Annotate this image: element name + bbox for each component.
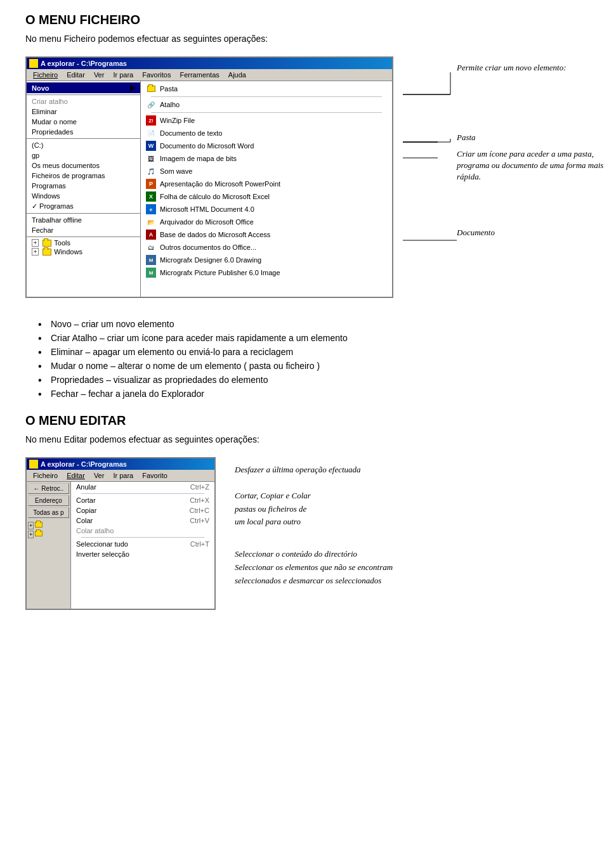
explorer-window: A explorar - C:\Programas Ficheiro Edita…: [25, 56, 393, 298]
screenshot-ficheiro: A explorar - C:\Programas Ficheiro Edita…: [25, 56, 584, 298]
menu-item-novo[interactable]: Novo ▶: [27, 82, 140, 93]
bullet-propriedades: Propriedades – visualizar as propriedade…: [38, 373, 584, 387]
menu2-editar[interactable]: Editar: [63, 471, 89, 480]
menu-item-mudar-nome[interactable]: Mudar o nome: [27, 117, 140, 127]
menu-bar[interactable]: Ficheiro Editar Ver Ir para Favoritos Fe…: [27, 69, 392, 81]
submenu-excel[interactable]: X Folha de cálculo do Microsoft Excel: [141, 190, 392, 203]
folder-icon-tools: [43, 240, 51, 247]
menu-favoritos[interactable]: Favoritos: [138, 70, 174, 79]
editar-cortar[interactable]: Cortar Ctrl+X: [71, 495, 214, 505]
menu-editar-title: O MENU EDITAR: [25, 413, 584, 428]
menu-item-gp[interactable]: gp: [27, 150, 140, 160]
submenu-ppt[interactable]: P Apresentação do Microsoft PowerPoint: [141, 178, 392, 190]
annotation-documento: Documento: [457, 228, 495, 238]
left-panel-2: ← Retroc.. Endereço Todas as p + +: [27, 482, 71, 609]
submenu-publisher[interactable]: M Micrografx Picture Publisher 6.0 Image: [141, 266, 392, 279]
menu-editar-section: O MENU EDITAR No menu Editar podemos efe…: [25, 413, 584, 444]
submenu-html[interactable]: e Microsoft HTML Document 4.0: [141, 203, 392, 216]
text-icon: 📄: [146, 128, 156, 138]
menu-ferramentas[interactable]: Ferramentas: [176, 70, 223, 79]
page-intro: No menu Ficheiro podemos efectuar as seg…: [25, 34, 584, 44]
title-text: A explorar - C:\Programas: [41, 60, 127, 67]
menu-item-c[interactable]: (C:): [27, 140, 140, 150]
folder-submenu-icon: [146, 84, 156, 94]
btn-endereco[interactable]: Endereço: [28, 495, 69, 506]
menu2-irpara[interactable]: Ir para: [109, 471, 137, 480]
tree-row-2: +: [28, 531, 69, 538]
btn-todas[interactable]: Todas as p: [28, 507, 69, 518]
editar-colar-atalho[interactable]: Colar atalho: [71, 526, 214, 536]
annotation-atalho: Criar um ícone para aceder a uma pasta, …: [457, 148, 609, 183]
separator-4: [27, 236, 140, 237]
menu-item-windows[interactable]: Windows: [27, 191, 140, 201]
submenu-panel: Pasta 🔗 Atalho Z! WinZip File 📄 Document…: [141, 81, 392, 297]
title-bar: A explorar - C:\Programas: [27, 58, 392, 69]
menu2-ver[interactable]: Ver: [90, 471, 108, 480]
sound-icon: 🎵: [146, 166, 156, 176]
annotation-svg: [400, 56, 609, 310]
bullet-list: Novo – criar um novo elemento Criar Atal…: [38, 317, 584, 401]
menu-item-propriedades[interactable]: Propriedades: [27, 127, 140, 137]
menu-item-meus-docs[interactable]: Os meus documentos: [27, 160, 140, 171]
menu-item-programas[interactable]: Programas: [27, 181, 140, 191]
editar-annotations: Desfazer a última operação efectuada Cor…: [222, 457, 584, 593]
bullet-criar-atalho: Criar Atalho – criar um ícone para acede…: [38, 331, 584, 345]
menu-editar-intro: No menu Editar podemos efectuar as segui…: [25, 434, 584, 444]
menu-bar-2[interactable]: Ficheiro Editar Ver Ir para Favorito: [27, 470, 214, 482]
submenu-som-wave[interactable]: 🎵 Som wave: [141, 165, 392, 178]
submenu-doc-texto[interactable]: 📄 Documento de texto: [141, 127, 392, 139]
editar-seleccionar-tudo[interactable]: Seleccionar tudo Ctrl+T: [71, 539, 214, 549]
left-menu-panel: Novo ▶ Criar atalho Eliminar Mudar o nom…: [27, 81, 141, 297]
menu-item-eliminar[interactable]: Eliminar: [27, 107, 140, 117]
menu-item-ficheiros-programas[interactable]: Ficheiros de programas: [27, 171, 140, 181]
editar-copiar[interactable]: Copiar Ctrl+C: [71, 505, 214, 515]
menu-item-criar-atalho[interactable]: Criar atalho: [27, 96, 140, 107]
menu-item-fechar[interactable]: Fechar: [27, 225, 140, 235]
submenu-binder[interactable]: 📂 Arquivador do Microsoft Office: [141, 216, 392, 228]
sub-sep-2: [151, 112, 382, 113]
submenu-word[interactable]: W Documento do Microsoft Word: [141, 139, 392, 152]
tree-row-1: +: [28, 522, 69, 529]
word-icon: W: [146, 141, 156, 151]
menu2-ficheiro[interactable]: Ficheiro: [29, 471, 62, 480]
menu-editar[interactable]: Editar: [63, 70, 89, 79]
submenu-pasta[interactable]: Pasta: [141, 82, 392, 95]
screenshot-editar: A explorar - C:\Programas Ficheiro Edita…: [25, 457, 584, 610]
menu2-favorito[interactable]: Favorito: [138, 471, 171, 480]
submenu-atalho[interactable]: 🔗 Atalho: [141, 98, 392, 111]
title-bar-2: A explorar - C:\Programas: [27, 458, 214, 470]
ann-cortar-copiar: Cortar, Copiar e Colar pastas ou ficheir…: [235, 489, 584, 529]
bullet-mudar-nome: Mudar o nome – alterar o nome de um elem…: [38, 359, 584, 373]
submenu-access[interactable]: A Base de dados do Microsoft Access: [141, 228, 392, 241]
submenu-outros[interactable]: 🗂 Outros documentos do Office...: [141, 241, 392, 254]
publisher-icon: M: [146, 268, 156, 278]
menu-irpara[interactable]: Ir para: [109, 70, 137, 79]
menu-item-trabalhar-offline[interactable]: Trabalhar offline: [27, 215, 140, 225]
winzip-icon: Z!: [146, 115, 156, 126]
bullet-eliminar: Eliminar – apagar um elemento ou enviá-l…: [38, 345, 584, 359]
editar-colar[interactable]: Colar Ctrl+V: [71, 515, 214, 526]
bitmap-icon: 🖼: [146, 153, 156, 164]
designer-icon: M: [146, 255, 156, 265]
title-text-2: A explorar - C:\Programas: [41, 460, 127, 468]
other-icon: 🗂: [146, 242, 156, 252]
editar-anular[interactable]: Anular Ctrl+Z: [71, 482, 214, 492]
submenu-bitmap[interactable]: 🖼 Imagem de mapa de bits: [141, 152, 392, 165]
submenu-winzip[interactable]: Z! WinZip File: [141, 114, 392, 127]
menu-ficheiro[interactable]: Ficheiro: [29, 70, 62, 79]
content-area-2: ← Retroc.. Endereço Todas as p + + Anula…: [27, 482, 214, 609]
title-icon-2: [29, 460, 38, 469]
menu-ajuda[interactable]: Ajuda: [225, 70, 250, 79]
editar-sep-2: [81, 537, 204, 538]
menu-item-programas-check[interactable]: ✓ Programas: [27, 201, 140, 212]
separator-1: [27, 94, 140, 95]
content-area: Novo ▶ Criar atalho Eliminar Mudar o nom…: [27, 81, 392, 297]
menu-ver[interactable]: Ver: [90, 70, 108, 79]
editar-inverter-seleccao[interactable]: Inverter selecção: [71, 549, 214, 559]
submenu-designer[interactable]: M Micrografx Designer 6.0 Drawing: [141, 254, 392, 266]
editar-submenu: Anular Ctrl+Z Cortar Ctrl+X Copiar Ctrl+…: [71, 482, 214, 609]
sub-sep-1: [151, 96, 382, 97]
btn-retroc[interactable]: ← Retroc..: [28, 483, 69, 494]
annotation-permite: Permite criar um novo elemento:: [457, 63, 566, 73]
separator-3: [27, 213, 140, 214]
